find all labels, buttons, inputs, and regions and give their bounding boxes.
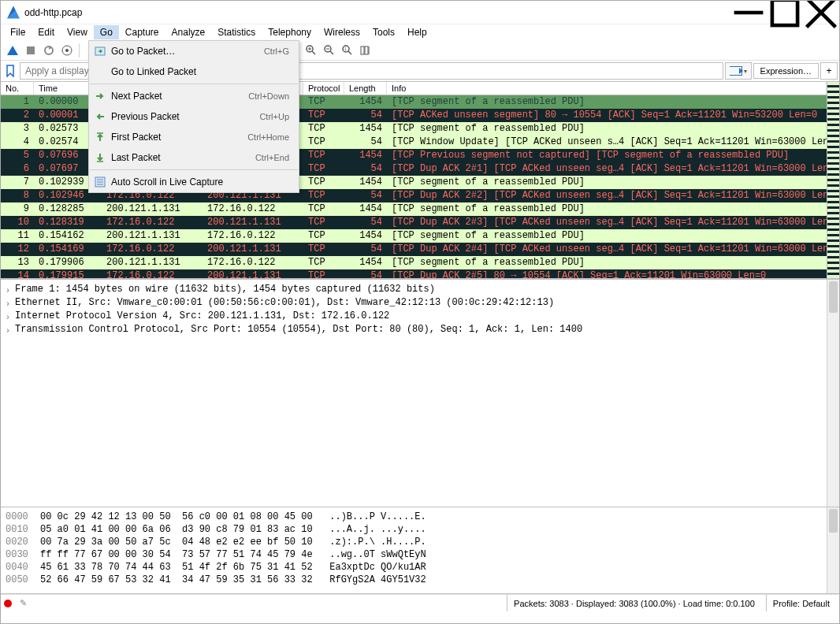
stop-capture-icon[interactable] <box>22 42 39 59</box>
go-menu-first-packet[interactable]: First PacketCtrl+Home <box>89 127 299 147</box>
add-filter-button[interactable]: + <box>820 62 838 80</box>
expand-icon[interactable]: › <box>1 283 15 296</box>
go-menu-go-to-linked-packet[interactable]: Go to Linked Packet <box>89 61 299 82</box>
details-scrollbar[interactable] <box>827 280 839 507</box>
packet-row[interactable]: 130.179906200.121.1.131172.16.0.122TCP14… <box>1 256 827 269</box>
packet-row[interactable]: 110.154162200.121.1.131172.16.0.122TCP14… <box>1 229 827 243</box>
svg-rect-1 <box>772 0 797 25</box>
menubar: FileEditViewGoCaptureAnalyzeStatisticsTe… <box>1 24 839 40</box>
hex-row[interactable]: 0030ff ff 77 67 00 00 30 54 73 57 77 51 … <box>6 548 834 561</box>
detail-row[interactable]: ›Internet Protocol Version 4, Src: 200.1… <box>1 310 839 323</box>
column-no[interactable]: No. <box>1 82 34 95</box>
svg-rect-11 <box>27 46 35 54</box>
go-packet-icon <box>89 45 111 58</box>
close-button[interactable] <box>803 1 839 24</box>
svg-point-14 <box>65 49 69 52</box>
menu-item-label: Previous Packet <box>111 111 259 122</box>
capture-options-icon[interactable] <box>58 42 76 59</box>
hex-scrollbar[interactable] <box>827 507 839 593</box>
minimize-button[interactable] <box>730 1 767 24</box>
menu-help[interactable]: Help <box>401 25 433 39</box>
expression-button[interactable]: Expression… <box>753 63 819 79</box>
menu-item-label: Next Packet <box>111 91 248 102</box>
hex-row[interactable]: 004045 61 33 78 70 74 44 63 51 4f 2f 6b … <box>6 561 834 574</box>
status-bar: ✎ Packets: 3083 · Displayed: 3083 (100.0… <box>1 594 839 611</box>
menu-item-shortcut: Ctrl+Up <box>259 112 289 121</box>
packet-details-pane[interactable]: ›Frame 1: 1454 bytes on wire (11632 bits… <box>1 279 839 507</box>
go-menu-go-to-packet-[interactable]: Go to Packet…Ctrl+G <box>89 41 299 61</box>
status-packets: Packets: 3083 · Displayed: 3083 (100.0%)… <box>507 595 761 611</box>
menu-capture[interactable]: Capture <box>119 25 165 39</box>
packet-row[interactable]: 120.154169172.16.0.122200.121.1.131TCP54… <box>1 243 827 256</box>
maximize-button[interactable] <box>767 1 803 24</box>
hex-row[interactable]: 001005 a0 01 41 00 00 6a 06 d3 90 c8 79 … <box>6 523 834 536</box>
menu-item-label: Auto Scroll in Live Capture <box>111 176 289 188</box>
menu-analyze[interactable]: Analyze <box>165 25 212 39</box>
detail-text: Transmission Control Protocol, Src Port:… <box>15 323 582 336</box>
menu-item-shortcut: Ctrl+Down <box>248 91 289 101</box>
autoscroll-icon <box>89 176 111 188</box>
menu-item-shortcut: Ctrl+G <box>264 46 289 56</box>
menu-statistics[interactable]: Statistics <box>211 25 262 39</box>
restart-capture-icon[interactable] <box>40 42 58 59</box>
expand-icon[interactable]: › <box>1 310 15 323</box>
window-title: odd-http.pcap <box>24 7 82 18</box>
svg-line-20 <box>330 51 333 54</box>
svg-line-16 <box>312 51 315 54</box>
go-menu-auto-scroll-in-live-capture[interactable]: Auto Scroll in Live Capture <box>89 172 299 192</box>
menu-file[interactable]: File <box>4 25 32 39</box>
detail-text: Ethernet II, Src: Vmware_c0:00:01 (00:50… <box>15 296 554 310</box>
packet-bytes-pane[interactable]: 000000 0c 29 42 12 13 00 50 56 c0 00 01 … <box>1 507 839 594</box>
menu-item-shortcut: Ctrl+Home <box>247 132 289 142</box>
zoom-in-icon[interactable] <box>303 42 320 59</box>
first-icon <box>89 131 111 143</box>
start-capture-icon[interactable] <box>4 42 21 59</box>
menu-go[interactable]: Go <box>94 25 119 39</box>
detail-text: Frame 1: 1454 bytes on wire (11632 bits)… <box>15 283 435 296</box>
svg-rect-25 <box>361 46 364 54</box>
detail-row[interactable]: ›Ethernet II, Src: Vmware_c0:00:01 (00:5… <box>1 296 839 310</box>
bookmark-icon[interactable] <box>2 63 18 79</box>
detail-row[interactable]: ›Transmission Control Protocol, Src Port… <box>1 323 839 336</box>
svg-rect-26 <box>365 46 368 54</box>
edit-status-icon[interactable]: ✎ <box>20 598 27 608</box>
zoom-out-icon[interactable] <box>321 42 338 59</box>
hex-row[interactable]: 002000 7a 29 3a 00 50 a7 5c 04 48 e2 e2 … <box>6 536 834 548</box>
status-profile[interactable]: Profile: Default <box>766 595 836 611</box>
menu-item-label: First Packet <box>111 132 247 143</box>
svg-text:1: 1 <box>344 46 347 51</box>
column-info[interactable]: Info <box>387 82 827 95</box>
menu-view[interactable]: View <box>61 25 94 39</box>
menu-wireless[interactable]: Wireless <box>318 25 366 39</box>
apply-filter-button[interactable]: ▾ <box>725 62 752 80</box>
last-icon <box>89 151 111 164</box>
hex-row[interactable]: 000000 0c 29 42 12 13 00 50 56 c0 00 01 … <box>6 511 834 523</box>
menu-item-label: Go to Linked Packet <box>111 66 289 77</box>
packet-row[interactable]: 140.179915172.16.0.122200.121.1.131TCP54… <box>1 269 827 278</box>
column-protocol[interactable]: Protocol <box>303 82 344 95</box>
menu-item-label: Last Packet <box>111 152 255 163</box>
menu-telephony[interactable]: Telephony <box>262 25 318 39</box>
menu-edit[interactable]: Edit <box>32 25 61 39</box>
record-indicator-icon <box>4 600 12 607</box>
go-menu-previous-packet[interactable]: Previous PacketCtrl+Up <box>89 106 299 127</box>
hex-row[interactable]: 005052 66 47 59 67 53 32 41 34 47 59 35 … <box>6 574 834 586</box>
go-menu-next-packet[interactable]: Next PacketCtrl+Down <box>89 86 299 106</box>
svg-line-23 <box>348 51 351 54</box>
detail-row[interactable]: ›Frame 1: 1454 bytes on wire (11632 bits… <box>1 283 839 296</box>
go-menu-last-packet[interactable]: Last PacketCtrl+End <box>89 147 299 168</box>
prev-icon <box>89 110 111 123</box>
menu-item-label: Go to Packet… <box>111 46 264 57</box>
detail-text: Internet Protocol Version 4, Src: 200.12… <box>15 310 389 323</box>
menu-tools[interactable]: Tools <box>366 25 401 39</box>
app-logo-icon <box>7 6 20 19</box>
expand-icon[interactable]: › <box>1 323 15 336</box>
packet-row[interactable]: 90.128285200.121.1.131172.16.0.122TCP145… <box>1 202 827 216</box>
column-length[interactable]: Length <box>344 82 387 95</box>
zoom-reset-icon[interactable]: 1 <box>339 42 356 59</box>
next-icon <box>89 90 111 102</box>
expand-icon[interactable]: › <box>1 296 15 310</box>
resize-columns-icon[interactable] <box>357 42 374 59</box>
packet-minimap[interactable] <box>827 82 839 278</box>
packet-row[interactable]: 100.128319172.16.0.122200.121.1.131TCP54… <box>1 216 827 229</box>
